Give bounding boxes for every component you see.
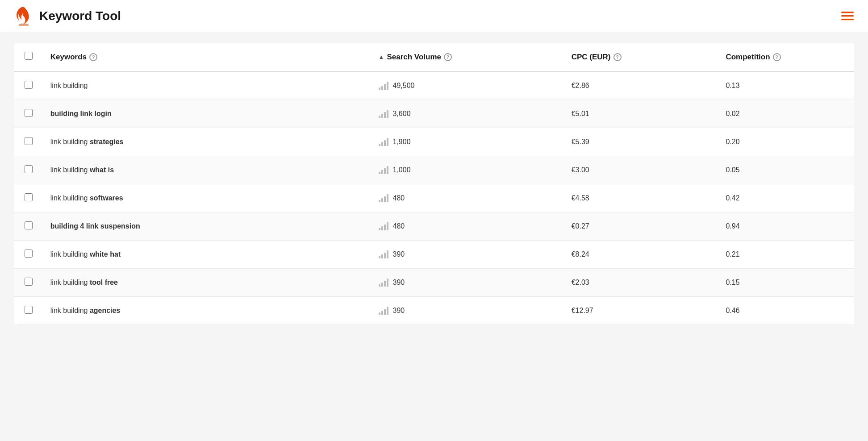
- bar-1: [379, 256, 380, 258]
- volume-cell: 390: [371, 241, 564, 269]
- volume-value: 390: [393, 250, 405, 258]
- keyword-cell: link building agencies: [43, 297, 371, 325]
- bar-2: [381, 283, 383, 287]
- keyword-cell: link building: [43, 71, 371, 100]
- bar-4: [387, 307, 388, 315]
- keyword-table: Keywords ? ▲ Search Volume ? CPC (: [14, 43, 854, 325]
- row-checkbox-7[interactable]: [25, 278, 33, 286]
- bar-3: [384, 225, 386, 230]
- volume-header-label: Search Volume: [387, 53, 441, 62]
- volume-content: 49,500: [379, 82, 557, 90]
- cpc-cell: €8.24: [564, 241, 719, 269]
- cpc-value: €4.58: [572, 194, 589, 202]
- volume-content: 1,900: [379, 138, 557, 146]
- row-checkbox-cell: [14, 156, 43, 184]
- volume-content: 480: [379, 222, 557, 230]
- bar-chart-icon: [379, 250, 388, 258]
- table-row: building 4 link suspension 480 €0.270.94: [14, 212, 854, 241]
- bar-3: [384, 84, 386, 90]
- competition-cell: 0.02: [718, 100, 854, 128]
- volume-content: 390: [379, 250, 557, 258]
- hamburger-menu-button[interactable]: [841, 12, 854, 20]
- competition-cell: 0.15: [718, 269, 854, 297]
- competition-info-icon[interactable]: ?: [773, 53, 781, 61]
- keyword-cell: link building tool free: [43, 269, 371, 297]
- bar-2: [381, 142, 383, 146]
- bar-chart-icon: [379, 110, 388, 118]
- volume-content: 1,000: [379, 166, 557, 174]
- competition-header-label: Competition: [726, 53, 770, 62]
- header-keywords: Keywords ?: [43, 43, 371, 71]
- bar-chart-icon: [379, 194, 388, 202]
- table-row: link building tool free 390 €2.030.15: [14, 269, 854, 297]
- competition-value: 0.05: [726, 166, 739, 174]
- keywords-info-icon[interactable]: ?: [89, 53, 97, 61]
- header-left: Keyword Tool: [14, 7, 121, 25]
- header: Keyword Tool: [0, 0, 868, 32]
- keywords-header-label: Keywords: [50, 53, 87, 62]
- row-checkbox-2[interactable]: [25, 137, 33, 145]
- row-checkbox-1[interactable]: [25, 109, 33, 117]
- bar-1: [379, 144, 380, 146]
- header-competition: Competition ?: [718, 43, 854, 71]
- row-checkbox-cell: [14, 241, 43, 269]
- keyword-cell: link building white hat: [43, 241, 371, 269]
- bar-3: [384, 140, 386, 146]
- bar-1: [379, 172, 380, 174]
- bar-2: [381, 86, 383, 90]
- cpc-cell: €2.03: [564, 269, 719, 297]
- hamburger-line-2: [841, 15, 854, 17]
- competition-value: 0.13: [726, 82, 739, 89]
- bar-4: [387, 110, 388, 118]
- bar-2: [381, 226, 383, 230]
- logo-icon: [14, 7, 33, 25]
- row-checkbox-4[interactable]: [25, 193, 33, 201]
- cpc-header-label: CPC (EUR): [572, 53, 611, 62]
- bar-4: [387, 250, 388, 258]
- competition-cell: 0.94: [718, 212, 854, 241]
- cpc-value: €8.24: [572, 250, 589, 258]
- volume-value: 390: [393, 279, 405, 287]
- table-body: link building 49,500 €2.860.13building l…: [14, 71, 854, 325]
- row-checkbox-5[interactable]: [25, 221, 33, 229]
- row-checkbox-8[interactable]: [25, 306, 33, 314]
- bar-3: [384, 281, 386, 287]
- row-checkbox-cell: [14, 71, 43, 100]
- volume-cell: 3,600: [371, 100, 564, 128]
- cpc-value: €2.86: [572, 82, 589, 89]
- cpc-cell: €5.39: [564, 128, 719, 156]
- main-content: Keywords ? ▲ Search Volume ? CPC (: [0, 32, 868, 336]
- competition-cell: 0.21: [718, 241, 854, 269]
- volume-info-icon[interactable]: ?: [444, 53, 452, 61]
- select-all-checkbox[interactable]: [25, 52, 33, 60]
- bar-2: [381, 311, 383, 315]
- competition-value: 0.46: [726, 307, 739, 314]
- cpc-info-icon[interactable]: ?: [613, 53, 622, 61]
- volume-cell: 49,500: [371, 71, 564, 100]
- row-checkbox-6[interactable]: [25, 250, 33, 258]
- cpc-cell: €0.27: [564, 212, 719, 241]
- volume-value: 1,900: [393, 138, 411, 146]
- bar-2: [381, 170, 383, 174]
- bar-chart-icon: [379, 222, 388, 230]
- cpc-value: €0.27: [572, 222, 589, 230]
- bar-chart-icon: [379, 279, 388, 287]
- bar-1: [379, 87, 380, 90]
- keyword-cell: building link login: [43, 100, 371, 128]
- cpc-cell: €4.58: [564, 184, 719, 212]
- volume-value: 49,500: [393, 82, 415, 90]
- row-checkbox-0[interactable]: [25, 81, 33, 89]
- bar-2: [381, 198, 383, 202]
- bar-4: [387, 194, 388, 202]
- bar-1: [379, 116, 380, 118]
- volume-value: 480: [393, 194, 405, 202]
- row-checkbox-cell: [14, 184, 43, 212]
- bar-4: [387, 166, 388, 174]
- keyword-cell: link building what is: [43, 156, 371, 184]
- volume-value: 1,000: [393, 166, 411, 174]
- keyword-cell: building 4 link suspension: [43, 212, 371, 241]
- cpc-value: €2.03: [572, 279, 589, 286]
- table-row: link building white hat 390 €8.240.21: [14, 241, 854, 269]
- volume-cell: 390: [371, 269, 564, 297]
- row-checkbox-3[interactable]: [25, 165, 33, 173]
